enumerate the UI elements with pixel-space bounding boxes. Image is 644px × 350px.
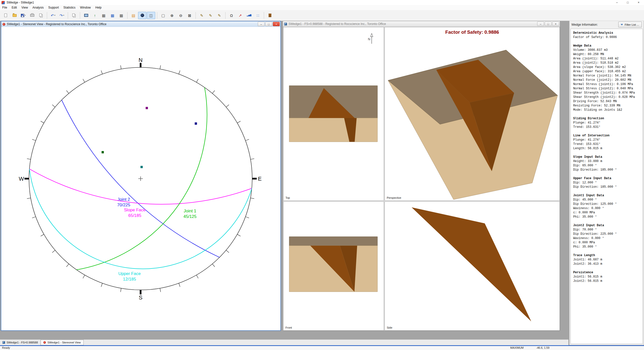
- front-wedge-shape-0: [289, 237, 377, 246]
- menu-item-edit[interactable]: Edit: [9, 5, 19, 10]
- tick-mark: [120, 288, 121, 292]
- tick-mark: [226, 250, 229, 253]
- app-close-button[interactable]: ×: [633, 0, 644, 5]
- top-wedge-shape-1: [289, 118, 377, 142]
- menu-item-analysis[interactable]: Analysis: [30, 5, 46, 10]
- zoom-out-button[interactable]: ⊖: [177, 12, 185, 19]
- zoom-all-button[interactable]: ⊠: [185, 12, 194, 19]
- top-view-pane[interactable]: N Top: [283, 27, 384, 201]
- tab-wedge-view[interactable]: SWedge1 - FS=0.988588: [0, 340, 41, 345]
- stereonet-icon: [141, 14, 144, 17]
- export-image-button[interactable]: ↑: [91, 12, 99, 19]
- stereonet-window-titlebar[interactable]: SWedge1 - Stereonet View - Registered to…: [1, 21, 280, 27]
- stereonet-restore-button[interactable]: □: [265, 22, 272, 26]
- dropdown-caret-icon[interactable]: ▾: [63, 14, 64, 16]
- undo-button[interactable]: ↶▾: [49, 12, 57, 19]
- wedge-restore-button[interactable]: □: [545, 22, 552, 26]
- info-line: Area (joint2): 518.518 m2: [573, 61, 640, 65]
- front-view-pane[interactable]: Front: [283, 201, 384, 331]
- side-view-pane[interactable]: Side: [384, 201, 560, 331]
- info-table-button[interactable]: ▦: [100, 12, 108, 19]
- menu-item-view[interactable]: View: [19, 5, 30, 10]
- redo-button[interactable]: ↷▾: [58, 12, 66, 19]
- info-line: Dip Direction: 125.000 °: [573, 202, 640, 206]
- info-line: Dip Direction: 185.000 °: [573, 168, 640, 172]
- floppy-icon: [21, 14, 24, 17]
- tick-mark: [52, 105, 55, 107]
- zoom-extents-button[interactable]: ▢: [159, 12, 167, 19]
- wedge-window-titlebar[interactable]: SWedge1 - FS=0.988588 - Registered to Ro…: [283, 21, 560, 27]
- dropdown-caret-icon[interactable]: ▾: [25, 14, 26, 16]
- upper-face-label: Upper Face: [118, 271, 141, 276]
- tick-mark: [160, 65, 161, 69]
- wedge-info-list[interactable]: Deterministic AnalysisFactor of Safety: …: [570, 29, 643, 344]
- stereonet-view-canvas[interactable]: NESWJoint 270/225Slope Face65/185Joint 1…: [1, 27, 280, 330]
- status-bar: Ready MAXIMUM -46.6, 1.59: [0, 346, 644, 350]
- side-view-label: Side: [387, 326, 392, 329]
- menu-item-window[interactable]: Window: [78, 5, 93, 10]
- info-line: Dip Direction: 225.000 °: [573, 232, 640, 236]
- open-button[interactable]: [10, 12, 19, 19]
- new-button[interactable]: [2, 12, 10, 19]
- perspective-view-pane[interactable]: Factor of Safety: 0.9886 Perspective: [384, 27, 560, 201]
- app-logo-icon: [2, 1, 5, 4]
- dropdown-caret-icon[interactable]: ▾: [54, 14, 55, 16]
- tick-mark: [160, 288, 161, 292]
- spreadsheet-button[interactable]: ▦: [117, 12, 125, 19]
- zoom-all-icon: ⊠: [188, 14, 191, 17]
- scatter-plot-button[interactable]: ∷: [254, 12, 262, 19]
- info-viewer-button[interactable]: ▤: [129, 12, 138, 19]
- tab-stereonet-view[interactable]: SWedge1 - Stereonet View: [41, 340, 83, 345]
- chart-table-button[interactable]: ▦: [108, 12, 117, 19]
- zoom-in-button[interactable]: ⊕: [168, 12, 176, 19]
- menu-item-help[interactable]: Help: [93, 5, 104, 10]
- menu-item-statistics[interactable]: Statistics: [61, 5, 78, 10]
- chart-line-button[interactable]: ↗: [236, 12, 244, 19]
- tick-mark: [245, 139, 249, 141]
- tile-views-button[interactable]: ◫: [147, 12, 155, 19]
- app-title: SWedge - SWedge1: [7, 1, 34, 4]
- wedge-view-button[interactable]: [82, 12, 90, 19]
- monitor-icon: [84, 14, 88, 17]
- filter-list-button[interactable]: Filter List ...: [618, 22, 642, 27]
- info-section-title: Slope Input Data: [573, 155, 640, 159]
- info-line: Joint1: 46.687 m: [573, 258, 640, 262]
- info-line: Mode: Sliding on Joints 1&2: [573, 108, 640, 112]
- print-button[interactable]: [28, 12, 36, 19]
- menu-item-file[interactable]: File: [0, 5, 9, 10]
- tick-mark: [245, 217, 249, 218]
- stereonet-svg[interactable]: NESWJoint 270/225Slope Face65/185Joint 1…: [1, 27, 280, 330]
- door-icon: [269, 14, 271, 17]
- app-maximize-button[interactable]: □: [622, 0, 633, 5]
- wedge-close-button[interactable]: ×: [552, 22, 559, 26]
- copy-button[interactable]: [37, 12, 45, 19]
- factor-of-safety-label: Factor of Safety: 0.9886: [385, 29, 560, 35]
- save-button[interactable]: ▾: [19, 12, 27, 19]
- copy-view-button[interactable]: [70, 12, 78, 19]
- info-section: Upper Face Input DataDip: 12.000 °Dip Di…: [573, 176, 640, 189]
- stereonet-minimize-button[interactable]: –: [258, 22, 265, 26]
- measure-angle-button[interactable]: ✎: [215, 12, 223, 19]
- info-line: Trend: 153.631°: [573, 142, 640, 146]
- info-section: Wedge DataVolume: 3086.837 m3Weight: 80.…: [573, 44, 640, 112]
- exit-button[interactable]: [266, 12, 274, 19]
- histogram-plot-button[interactable]: ▂▅▇: [245, 12, 253, 19]
- stereonet-view-button[interactable]: [138, 12, 146, 19]
- wedge-minimize-button[interactable]: –: [537, 22, 544, 26]
- stereonet-doc-icon: [43, 341, 46, 344]
- info-line: Joint2: 56.815 m: [573, 279, 640, 283]
- menu-item-support[interactable]: Support: [46, 5, 61, 10]
- statistics-omega-button[interactable]: Ω: [227, 12, 236, 19]
- joint2-orientation-label: 70/225: [117, 203, 130, 207]
- measure-trend-button[interactable]: ✎: [206, 12, 215, 19]
- tick-mark: [52, 250, 55, 253]
- measure-dip-button[interactable]: ✎: [198, 12, 206, 19]
- stereonet-close-button[interactable]: ×: [273, 22, 280, 26]
- cardinal-label-e: E: [258, 176, 262, 182]
- top-view-label: Top: [285, 196, 290, 199]
- wedge-doc-icon: [3, 341, 5, 344]
- info-line: Trend: 153.631°: [573, 125, 640, 129]
- stereonet-window: SWedge1 - Stereonet View - Registered to…: [1, 21, 281, 331]
- app-minimize-button[interactable]: –: [611, 0, 622, 5]
- joint2-pole: [195, 123, 197, 125]
